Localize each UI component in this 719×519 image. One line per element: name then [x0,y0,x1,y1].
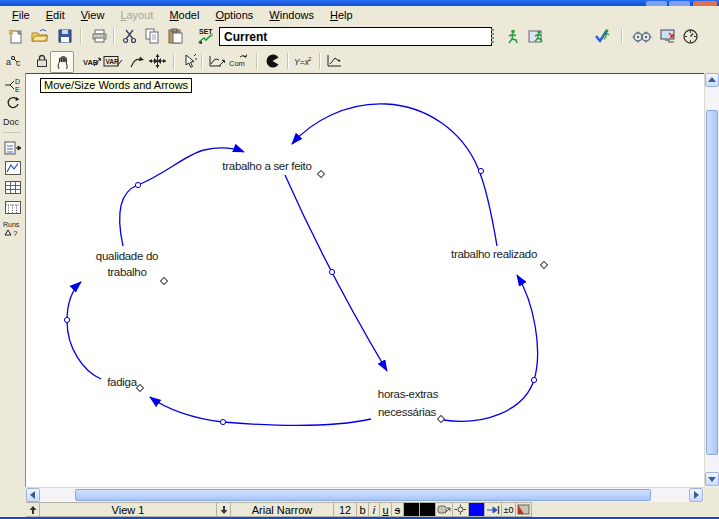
status-bar: View 1 Arial Narrow 12 b i u s ±0 [0,502,719,517]
node-qualidade-do-trabalho-line2[interactable]: trabalho [107,266,146,278]
arc-handle[interactable] [531,377,536,382]
equations-tool[interactable]: Y=x2 [293,51,315,71]
menu-help[interactable]: Help [322,7,361,23]
vertical-scroll-thumb[interactable] [706,110,718,455]
horizontal-scroll-thumb[interactable] [75,489,651,501]
runs-compare-tool[interactable]: Runs? [2,219,23,238]
arrow-horas-extras-to-trabalho-realizado[interactable] [443,275,538,421]
synthesim-button[interactable] [525,26,547,46]
node-handle[interactable] [317,170,324,177]
font-size-field[interactable]: 12 [334,502,357,517]
table-time-down-tool[interactable] [2,199,23,216]
rate-tool[interactable] [146,51,168,71]
paste-button[interactable] [164,26,186,46]
node-handle[interactable] [136,384,143,391]
arc-handle[interactable] [64,317,69,322]
gauge-button[interactable] [679,26,701,46]
hide-level-button[interactable] [516,502,532,517]
view-up-button[interactable] [26,502,40,517]
arc-handle[interactable] [135,182,140,187]
menu-options[interactable]: Options [207,7,261,23]
rename-tool[interactable]: ac [3,51,25,71]
causes-tree-tool[interactable]: DE [2,76,23,93]
node-handle[interactable] [540,261,547,268]
scroll-left-button[interactable] [26,488,40,502]
menu-model[interactable]: Model [161,7,207,23]
curved-arrow-icon [129,54,146,69]
arc-handle[interactable] [329,269,334,274]
view-down-button[interactable] [217,502,231,517]
node-trabalho-realizado[interactable]: trabalho realizado [451,248,537,260]
tree-letter-d: D [15,78,20,85]
copy-pages-icon [144,28,160,44]
equation-icon: Y=x2 [293,53,315,69]
reality-check-button[interactable] [631,26,653,46]
reference-modes-tool[interactable] [324,51,346,71]
graph-tool[interactable] [2,159,23,176]
node-handle[interactable] [160,277,167,284]
new-button[interactable] [4,26,26,46]
input-output-object-tool[interactable] [205,51,227,71]
cut-button[interactable] [118,26,140,46]
toolbar-separator [201,53,203,69]
arc-handle[interactable] [220,419,225,424]
scroll-down-button[interactable] [705,472,719,486]
view-name-field[interactable]: View 1 [40,502,217,517]
node-horas-extras-line2[interactable]: necessárias [378,406,437,418]
move-size-tool[interactable] [50,51,74,73]
font-name-field[interactable]: Arial Narrow [231,502,334,517]
delete-tool[interactable] [262,51,284,71]
open-button[interactable] [29,26,51,46]
scroll-right-button[interactable] [689,488,703,502]
menu-file[interactable]: File [4,7,38,23]
running-man-icon [504,28,521,45]
menu-view[interactable]: View [73,7,113,23]
output-windows-button[interactable] [657,26,679,46]
shape-color-swatch[interactable] [420,502,436,517]
box-variable-var-icon: VAR [103,53,123,69]
position-button[interactable] [453,502,469,517]
node-fadiga[interactable]: fadiga [107,376,137,388]
node-trabalho-a-ser-feito[interactable]: trabalho a ser feito [222,160,311,172]
node-qualidade-do-trabalho-line1[interactable]: qualidade do [96,250,158,262]
box-variable-tool[interactable]: VAR [102,51,124,71]
variable-tool[interactable]: VAB [81,51,103,71]
set-simulation-button[interactable]: SET [195,26,217,46]
loops-tool[interactable] [2,94,23,111]
arrow-color-swatch[interactable] [469,502,485,517]
node-handle[interactable] [437,415,444,422]
simulate-button[interactable] [501,26,523,46]
arrow-width-button[interactable] [485,502,502,517]
arrow-trabalho-a-ser-feito-to-horas-extras[interactable] [285,175,387,371]
arrow-fadiga-to-qualidade[interactable] [67,282,101,379]
vertical-scrollbar[interactable] [704,73,719,487]
italic-button[interactable]: i [369,502,380,517]
shape-button[interactable] [436,502,453,517]
arrow-horas-extras-to-fadiga[interactable] [150,397,371,425]
text-color-swatch[interactable] [404,502,420,517]
horizontal-scrollbar[interactable] [26,487,704,502]
menu-edit[interactable]: Edit [38,7,73,23]
arrow-tool[interactable] [126,51,148,71]
dataset-name-field[interactable] [219,27,492,46]
merge-tool[interactable] [179,51,201,71]
polarity-button[interactable]: ±0 [502,502,516,517]
scroll-up-button[interactable] [705,73,719,87]
document-tool[interactable]: Doc [2,112,23,129]
causes-strip-tool[interactable] [2,139,23,156]
doc-label-icon: Doc [2,114,24,128]
right-arrow-icon [693,491,699,499]
copy-button[interactable] [141,26,163,46]
menu-windows[interactable]: Windows [261,7,322,23]
sketch-canvas[interactable]: trabalho a ser feito qualidade do trabal… [26,73,704,487]
bold-button[interactable]: b [357,502,369,517]
sketch-comment-tool[interactable]: Com [228,51,250,71]
print-button[interactable] [88,26,110,46]
arc-handle[interactable] [478,168,483,173]
underline-button[interactable]: u [380,502,392,517]
check-syntax-button[interactable] [591,26,613,46]
save-button[interactable] [54,26,76,46]
strikethrough-button[interactable]: s [392,502,404,517]
node-horas-extras-line1[interactable]: horas-extras [378,388,439,400]
table-tool[interactable] [2,179,23,196]
